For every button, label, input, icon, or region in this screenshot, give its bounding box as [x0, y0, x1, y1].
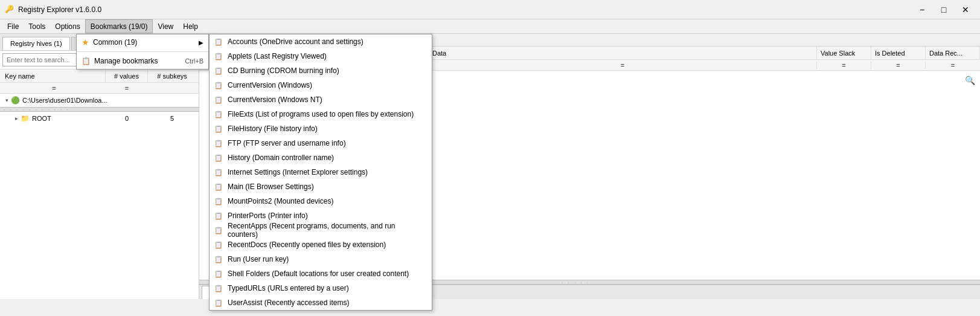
submenu-item-4[interactable]: 📋 CurrentVersion (Wndows NT) — [210, 92, 432, 107]
tree-row[interactable]: ▾ 🟢 C:\Users\duser01\Downloa... — [0, 94, 199, 107]
sm-icon-11: 📋 — [214, 198, 223, 205]
manage-bookmarks-item[interactable]: 📋 Manage bookmarks Ctrl+B — [77, 53, 208, 69]
right-eq-4: = — [817, 62, 871, 69]
tree-icon-0: 🟢 — [11, 96, 20, 105]
sm-icon-2: 📋 — [214, 67, 223, 75]
sm-icon-14: 📋 — [214, 241, 223, 249]
submenu-label-0: Accounts (OneDrive account and settings) — [228, 37, 363, 46]
submenu-item-18[interactable]: 📋 UserAssist (Recently accessed items) — [210, 295, 432, 310]
submenu-arrow-icon: ▶ — [199, 39, 203, 46]
submenu-label-1: Applets (Last Registry Viewed) — [228, 52, 327, 60]
submenu-label-11: MountPoints2 (Mounted devices) — [228, 197, 333, 205]
bookmarks-common-item[interactable]: ★ Common (19) ▶ — [77, 34, 208, 50]
submenu-item-12[interactable]: 📋 PrinterPorts (Printer info) — [210, 208, 432, 223]
manage-icon: 📋 — [82, 57, 91, 65]
sm-icon-7: 📋 — [214, 140, 223, 147]
sm-icon-0: 📋 — [214, 38, 223, 46]
submenu-item-15[interactable]: 📋 Run (User run key) — [210, 252, 432, 266]
sm-icon-13: 📋 — [214, 227, 223, 234]
submenu-label-4: CurrentVersion (Wndows NT) — [228, 95, 322, 104]
tree-label-0: C:\Users\duser01\Downloa... — [22, 97, 196, 104]
search-icon[interactable]: 🔍 — [965, 76, 975, 85]
tab-registry-hives[interactable]: Registry hives (1) — [2, 37, 70, 50]
menu-view[interactable]: View — [153, 19, 178, 33]
submenu-item-2[interactable]: 📋 CD Burning (CDROM burning info) — [210, 63, 432, 78]
title-bar-controls: − □ ✕ — [912, 4, 975, 16]
submenu-label-13: RecentApps (Recent programs, documents, … — [228, 222, 427, 239]
menu-bar: File Tools Options Bookmarks (19/0) View… — [0, 19, 980, 34]
menu-divider — [77, 51, 208, 52]
app-icon: 🔑 — [5, 5, 14, 15]
tree-col-key-name: Key name — [2, 69, 106, 82]
tree-expander-1[interactable]: ▸ — [12, 114, 21, 123]
right-eq-6: = — [926, 62, 980, 69]
submenu-label-2: CD Burning (CDROM burning info) — [228, 66, 339, 75]
tree-eq-2: = — [106, 85, 148, 92]
submenu-label-8: History (Domain controller name) — [228, 153, 334, 162]
sm-icon-5: 📋 — [214, 111, 223, 118]
tree-icon-1: 📁 — [21, 114, 30, 123]
submenu-item-17[interactable]: 📋 TypedURLs (URLs entered by a user) — [210, 281, 432, 295]
left-panel: Registry hives (1) As... Key name # valu… — [0, 34, 199, 299]
tree-eq-1: = — [2, 85, 106, 92]
submenu-label-12: PrinterPorts (Printer info) — [228, 211, 308, 220]
sm-icon-1: 📋 — [214, 53, 223, 60]
submenu-item-5[interactable]: 📋 FileExts (List of programs used to ope… — [210, 107, 432, 121]
submenu-label-5: FileExts (List of programs used to open … — [228, 110, 414, 118]
main-area: Registry hives (1) As... Key name # valu… — [0, 34, 980, 299]
submenu-item-11[interactable]: 📋 MountPoints2 (Mounted devices) — [210, 194, 432, 208]
submenu-item-16[interactable]: 📋 Shell Folders (Default locations for u… — [210, 266, 432, 281]
tree-col-subkeys: # subkeys — [148, 69, 196, 82]
tree-expander-0[interactable]: ▾ — [2, 96, 11, 105]
menu-help[interactable]: Help — [178, 19, 203, 33]
submenu-item-14[interactable]: 📋 RecentDocs (Recently opened files by e… — [210, 237, 432, 252]
tree-row-root[interactable]: ▸ 📁 ROOT 0 5 — [0, 112, 199, 125]
sm-icon-8: 📋 — [214, 154, 223, 162]
sm-icon-6: 📋 — [214, 125, 223, 133]
title-bar-left: 🔑 Registry Explorer v1.6.0.0 — [5, 5, 101, 15]
submenu-label-7: FTP (FTP server and username info) — [228, 139, 346, 147]
sm-icon-3: 📋 — [214, 82, 223, 89]
right-eq-5: = — [871, 62, 926, 69]
col-header-slack: Value Slack — [817, 47, 871, 59]
submenu-item-13[interactable]: 📋 RecentApps (Recent programs, documents… — [210, 223, 432, 237]
sm-icon-17: 📋 — [214, 285, 223, 292]
common-submenu: 📋 Accounts (OneDrive account and setting… — [209, 34, 432, 311]
tree-subkeys-1: 5 — [148, 115, 196, 122]
tree-divider: · · · · · · · · · · · — [0, 107, 199, 112]
submenu-item-10[interactable]: 📋 Main (IE Browser Settings) — [210, 179, 432, 194]
right-eq-3: = — [429, 62, 817, 69]
col-header-rec: Data Rec... — [926, 47, 980, 59]
submenu-label-18: UserAssist (Recently accessed items) — [228, 298, 349, 307]
sm-icon-16: 📋 — [214, 270, 223, 278]
submenu-item-8[interactable]: 📋 History (Domain controller name) — [210, 150, 432, 165]
sm-icon-4: 📋 — [214, 96, 223, 104]
menu-tools[interactable]: Tools — [24, 19, 50, 33]
submenu-item-0[interactable]: 📋 Accounts (OneDrive account and setting… — [210, 34, 432, 49]
minimize-button[interactable]: − — [912, 4, 932, 16]
col-header-data: Data — [429, 47, 817, 59]
submenu-label-16: Shell Folders (Default locations for use… — [228, 269, 409, 278]
star-icon: ★ — [82, 37, 89, 47]
col-header-deleted: Is Deleted — [871, 47, 926, 59]
sm-icon-15: 📋 — [214, 256, 223, 263]
menu-options[interactable]: Options — [50, 19, 85, 33]
submenu-label-17: TypedURLs (URLs entered by a user) — [228, 284, 349, 292]
tree-eq-row: = = — [0, 83, 199, 94]
maximize-button[interactable]: □ — [934, 4, 953, 16]
sm-icon-18: 📋 — [214, 299, 223, 307]
submenu-item-1[interactable]: 📋 Applets (Last Registry Viewed) — [210, 49, 432, 63]
bookmarks-menu: ★ Common (19) ▶ 📋 Manage bookmarks Ctrl+… — [76, 34, 209, 69]
tree-values-1: 0 — [106, 115, 148, 122]
submenu-item-3[interactable]: 📋 CurrentVersion (Windows) — [210, 78, 432, 92]
submenu-item-7[interactable]: 📋 FTP (FTP server and username info) — [210, 136, 432, 150]
submenu-label-14: RecentDocs (Recently opened files by ext… — [228, 240, 386, 249]
submenu-label-6: FileHistory (File history info) — [228, 124, 318, 133]
tree-header: Key name # values # subkeys — [0, 69, 199, 83]
menu-bookmarks[interactable]: Bookmarks (19/0) — [85, 19, 153, 33]
submenu-item-9[interactable]: 📋 Internet Settings (Internet Explorer s… — [210, 165, 432, 179]
tree-label-1: ROOT — [32, 115, 106, 122]
menu-file[interactable]: File — [2, 19, 24, 33]
close-button[interactable]: ✕ — [956, 4, 975, 16]
submenu-item-6[interactable]: 📋 FileHistory (File history info) — [210, 121, 432, 136]
